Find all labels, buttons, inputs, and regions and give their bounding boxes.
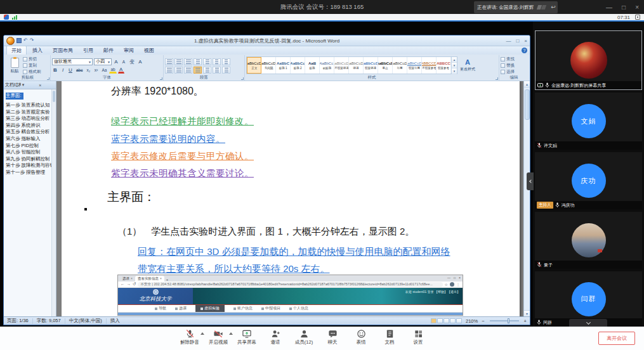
borders-button[interactable] <box>222 67 230 74</box>
font-dialog-launcher[interactable] <box>160 77 162 80</box>
zoom-slider-thumb[interactable] <box>508 318 509 323</box>
docmap-item-step6[interactable]: 第六步 指标输入 <box>6 136 51 143</box>
chevron-down-icon[interactable]: ▾ <box>22 82 38 88</box>
docmap-item-step9[interactable]: 第九步 协同解耦控制 <box>6 156 51 163</box>
docs-button[interactable]: 文档 <box>379 329 400 346</box>
paste-button[interactable]: 粘贴 <box>6 56 23 75</box>
change-case-button[interactable]: Aa <box>100 67 108 74</box>
participant-tile-xuwenjuan[interactable]: 文娟 许文娟 <box>535 93 642 150</box>
chevron-up-icon[interactable] <box>229 332 233 335</box>
share-screen-button[interactable]: 共享屏幕 <box>237 329 257 346</box>
docmap-item-step4[interactable]: 第四步 系统辨识 <box>6 122 51 129</box>
start-video-button[interactable]: 开启视频 <box>208 329 228 346</box>
align-center-button[interactable] <box>174 67 183 74</box>
select-button[interactable]: 选择 <box>501 69 515 75</box>
sidebar-collapse-handle[interactable] <box>527 172 534 190</box>
decrease-indent-button[interactable] <box>194 58 202 65</box>
nav-account-info[interactable]: 账户信息 <box>233 305 253 312</box>
style-no-spacing[interactable]: AaBbCcDd无间隔 <box>261 57 276 74</box>
style-quote[interactable]: AaBbCcDd引用 <box>393 57 407 74</box>
close-icon[interactable]: × <box>160 276 162 280</box>
scrollbar-thumb[interactable] <box>525 89 530 120</box>
nav-course-select[interactable]: 选课 <box>175 305 187 312</box>
styles-gallery-scroll[interactable]: ▴▾▾ <box>451 57 457 74</box>
docmap-item-step11[interactable]: 第十一步 报告整理 <box>6 169 51 176</box>
docmap-item-step8[interactable]: 第八步 智能控制 <box>6 149 51 156</box>
style-title[interactable]: AaB标题 <box>305 57 320 74</box>
font-color-button[interactable]: A <box>118 67 124 74</box>
align-right-button[interactable] <box>184 67 192 74</box>
zoom-slider[interactable] <box>490 320 519 321</box>
chevron-up-icon[interactable] <box>200 332 204 335</box>
format-painter-button[interactable]: 格式刷 <box>23 69 41 75</box>
view-mode-buttons[interactable] <box>431 318 462 323</box>
replace-button[interactable]: 替换 <box>501 63 515 68</box>
forward-icon[interactable]: → <box>127 282 131 287</box>
change-styles-button[interactable]: A 更改样式 <box>457 56 478 75</box>
close-button[interactable]: × <box>635 4 639 11</box>
word-close-button[interactable]: × <box>524 38 527 44</box>
tab-mailings[interactable]: 邮件 <box>99 46 118 55</box>
bullets-button[interactable] <box>165 58 173 65</box>
style-heading1[interactable]: AaBbC标题 1 <box>276 57 291 74</box>
word-maximize-button[interactable]: □ <box>516 38 519 44</box>
zoom-level[interactable]: 210% <box>466 318 478 324</box>
scroll-down-icon[interactable]: ▾ <box>524 310 530 316</box>
document-page[interactable]: 分辨率 1920*1080。 绿字表示已经理解并能即刻修改。 蓝字表示需要说明的… <box>62 81 520 316</box>
docmap-item-step10[interactable]: 第十步 故障检测与容错控制 <box>6 162 51 169</box>
numbering-button[interactable] <box>174 58 183 65</box>
bookmark-star-icon[interactable]: ☆ <box>445 282 448 287</box>
help-icon[interactable]: ? <box>522 48 527 53</box>
chat-button[interactable]: 聊天 <box>322 329 343 346</box>
tab-references[interactable]: 引用 <box>79 46 98 55</box>
invite-button[interactable]: 邀请 <box>265 329 286 346</box>
cut-button[interactable]: 剪切 <box>23 56 41 62</box>
zoom-in-button[interactable]: + <box>524 318 527 324</box>
nav-personal-info[interactable]: 个人信息 <box>289 305 308 312</box>
style-subtitle[interactable]: AaBbCc.副标题 <box>320 57 334 74</box>
highlight-color-button[interactable]: ab <box>109 67 116 74</box>
fullscreen-icon[interactable] <box>635 15 640 20</box>
participant-tile-host[interactable]: 庆功 主持人 冯庆功 <box>535 152 642 209</box>
pinyin-guide-button[interactable]: 变 <box>128 58 136 65</box>
settings-button[interactable]: 设置 <box>408 329 428 346</box>
font-name-select[interactable]: 微软雅黑▾ <box>52 58 93 65</box>
copy-button[interactable]: 复制 <box>23 63 41 68</box>
leave-meeting-button[interactable]: 离开会议 <box>598 332 635 345</box>
tab-review[interactable]: 审阅 <box>119 46 138 55</box>
docmap-item-step2[interactable]: 第二步 装置额定实验 <box>6 109 51 116</box>
maximize-button[interactable]: □ <box>454 276 456 280</box>
browser-menu-icon[interactable]: ⋮ <box>456 282 460 287</box>
minimize-button[interactable]: — <box>606 4 612 11</box>
find-button[interactable]: 查找 <box>501 56 515 62</box>
tab-page-layout[interactable]: 页面布局 <box>48 46 77 55</box>
zoom-out-button[interactable]: − <box>482 318 484 324</box>
word-minimize-button[interactable]: — <box>506 38 511 44</box>
nav-home[interactable]: 导航 <box>155 305 166 312</box>
paragraph-dialog-launcher[interactable] <box>241 77 244 80</box>
align-left-button[interactable] <box>165 67 173 74</box>
new-tab-button[interactable]: + <box>166 278 169 282</box>
clipboard-dialog-launcher[interactable] <box>47 77 49 80</box>
participant-tile-manzi[interactable]: 曼子 <box>535 212 642 269</box>
back-icon[interactable]: ← <box>121 282 125 287</box>
document-map-scrollbar[interactable] <box>51 89 56 316</box>
style-emphasis[interactable]: AaBbCcDd强调 <box>349 57 364 74</box>
reload-icon[interactable]: ↺ <box>133 282 136 287</box>
scroll-up-icon[interactable]: ▴ <box>524 81 530 88</box>
superscript-button[interactable]: x² <box>93 67 99 74</box>
nav-virtual-experiment[interactable]: 虚拟实验 <box>195 305 225 312</box>
font-size-select[interactable]: 小四▾ <box>94 58 112 65</box>
nav-project-apply[interactable]: 申报项目 <box>261 305 280 312</box>
participant-tile-screen-share[interactable]: 金国康远-刘辉辉的屏幕共享 <box>535 30 642 90</box>
tab-home[interactable]: 开始 <box>6 46 27 55</box>
close-icon[interactable]: × <box>131 276 133 280</box>
docmap-item-main[interactable]: 主界面: <box>6 93 23 100</box>
italic-button[interactable]: I <box>60 67 66 74</box>
style-subtle-emphasis[interactable]: AaBbCcDd不明显强调 <box>334 57 349 74</box>
docmap-item-step7[interactable]: 第七步 PID控制 <box>6 143 51 150</box>
browser-tab-courses[interactable]: 选课× <box>120 276 135 282</box>
subscript-button[interactable]: x₂ <box>85 67 91 74</box>
minimize-button[interactable]: — <box>447 276 450 280</box>
close-icon[interactable]: × <box>39 83 55 88</box>
